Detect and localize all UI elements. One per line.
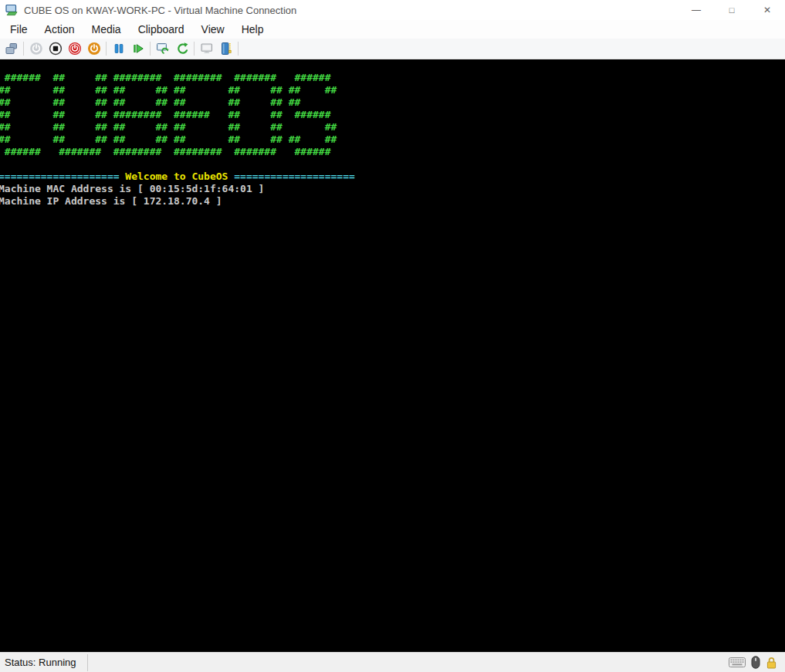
pause-icon: [112, 42, 126, 56]
toolbar: [0, 39, 785, 59]
shut-down-icon: [68, 42, 82, 56]
mac-address-line: Machine MAC Address is [ 00:15:5d:1f:64:…: [0, 183, 785, 195]
menu-help[interactable]: Help: [233, 22, 272, 37]
titlebar: CUBE OS on KWAY-WORK-PC - Virtual Machin…: [0, 0, 785, 20]
revert-icon: [175, 42, 189, 56]
welcome-line: ==================== Welcome to CubeOS =…: [0, 171, 785, 183]
checkpoint-button[interactable]: [153, 39, 172, 58]
ascii-banner-line: ###### ## ## ######## ######## ####### #…: [0, 72, 785, 84]
ascii-banner-line: ## ## ## ######## ###### ## ## ######: [0, 109, 785, 121]
menu-media[interactable]: Media: [83, 22, 129, 37]
statusbar: Status: Running: [0, 652, 785, 672]
toolbar-separator: [194, 42, 195, 56]
vm-connection-app-icon: [5, 4, 18, 16]
console-blank-line: [0, 158, 785, 171]
save-icon: [87, 42, 101, 56]
pause-button[interactable]: [109, 39, 128, 58]
start-button[interactable]: [26, 39, 46, 58]
ascii-banner-line: ## ## ## ## ## ## ## ## ##: [0, 96, 785, 109]
save-button[interactable]: [84, 39, 103, 58]
status-label: Status: Running: [5, 657, 76, 668]
share-icon: [219, 42, 233, 56]
menubar: File Action Media Clipboard View Help: [0, 20, 785, 39]
statusbar-separator: [87, 654, 88, 671]
minimize-button[interactable]: —: [678, 0, 714, 20]
revert-button[interactable]: [172, 39, 191, 58]
turn-off-icon: [49, 42, 63, 56]
shut-down-button[interactable]: [65, 39, 84, 58]
mouse-icon: [751, 656, 760, 669]
menu-clipboard[interactable]: Clipboard: [130, 22, 193, 37]
menu-view[interactable]: View: [193, 22, 233, 37]
ascii-banner-line: ###### ####### ######## ######## #######…: [0, 146, 785, 158]
keyboard-icon: [729, 657, 746, 667]
toolbar-separator: [150, 42, 151, 56]
lock-icon: [766, 657, 777, 669]
toolbar-separator: [106, 42, 107, 56]
window-title: CUBE OS on KWAY-WORK-PC - Virtual Machin…: [24, 5, 296, 16]
start-icon: [29, 42, 43, 56]
ascii-banner-line: ## ## ## ## ## ## ## ## ## ##: [0, 84, 785, 96]
welcome-separator-right: ====================: [234, 171, 355, 182]
toolbar-separator: [238, 42, 239, 56]
share-button[interactable]: [216, 39, 235, 58]
caption-buttons: — □ ✕: [678, 0, 785, 20]
menu-file[interactable]: File: [2, 22, 36, 37]
ascii-banner-line: ## ## ## ## ## ## ## ## ## ##: [0, 133, 785, 146]
checkpoint-icon: [156, 42, 170, 56]
close-button[interactable]: ✕: [749, 0, 785, 20]
enhanced-session-icon: [200, 42, 214, 56]
menu-action[interactable]: Action: [36, 22, 83, 37]
ascii-banner-line: ## ## ## ## ## ## ## ## ##: [0, 121, 785, 133]
ip-address-line: Machine IP Address is [ 172.18.70.4 ]: [0, 195, 785, 208]
ctrl-alt-del-button[interactable]: [2, 39, 21, 58]
turn-off-button[interactable]: [46, 39, 65, 58]
reset-icon: [131, 42, 145, 56]
maximize-button[interactable]: □: [714, 0, 749, 20]
welcome-text: Welcome to CubeOS: [120, 171, 235, 182]
enhanced-session-button[interactable]: [197, 39, 216, 58]
vm-connection-window: CUBE OS on KWAY-WORK-PC - Virtual Machin…: [0, 0, 785, 672]
ctrl-alt-del-icon: [5, 42, 19, 56]
welcome-separator-left: ====================: [0, 171, 120, 182]
reset-button[interactable]: [128, 39, 147, 58]
vm-console-screen[interactable]: ###### ## ## ######## ######## ####### #…: [0, 59, 785, 652]
statusbar-icons: [729, 656, 777, 669]
toolbar-separator: [23, 42, 24, 56]
